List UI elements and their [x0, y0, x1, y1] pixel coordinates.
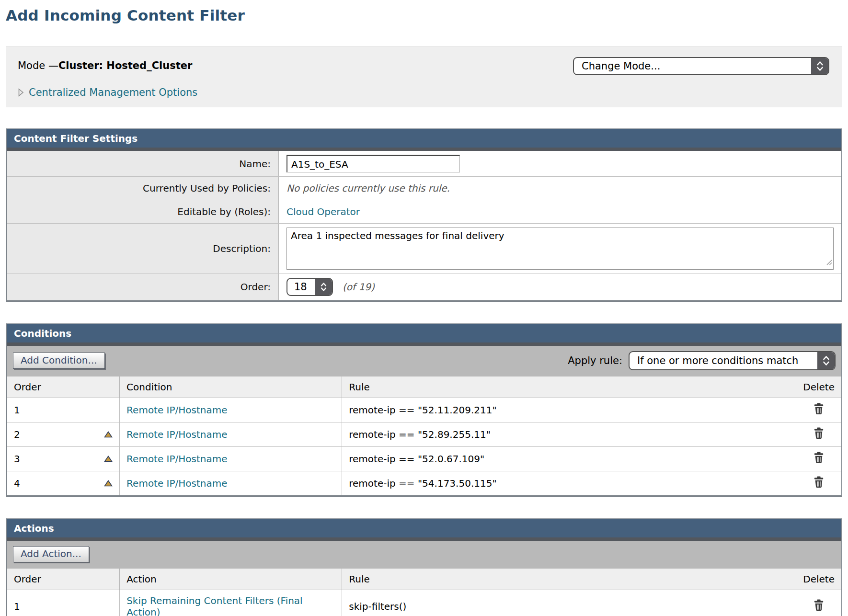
condition-link[interactable]: Remote IP/Hostname: [126, 453, 227, 465]
apply-rule-select[interactable]: If one or more conditions match: [629, 351, 836, 370]
name-label: Name:: [7, 151, 279, 177]
cloud-operator-link[interactable]: Cloud Operator: [286, 206, 360, 217]
page: Add Incoming Content Filter Mode —Cluste…: [0, 0, 848, 616]
change-mode-select[interactable]: Change Mode...: [573, 57, 829, 75]
content-filter-settings-section: Content Filter Settings Name: Currently …: [6, 128, 842, 302]
condition-row: 4 Remote IP/Hostname remote-ip == "54.17…: [7, 471, 841, 496]
move-up-icon: [104, 456, 113, 462]
col-order: Order: [7, 376, 120, 398]
trash-icon: [814, 476, 824, 488]
action-link[interactable]: Skip Remaining Content Filters (Final Ac…: [126, 595, 303, 616]
condition-link[interactable]: Remote IP/Hostname: [126, 478, 227, 489]
col-rule: Rule: [342, 376, 796, 398]
mode-value: Cluster: Hosted_Cluster: [58, 60, 192, 71]
trash-icon: [814, 452, 824, 464]
name-input[interactable]: [286, 155, 460, 172]
col-delete: Delete: [796, 569, 841, 590]
apply-rule-selected-value: If one or more conditions match: [630, 352, 817, 369]
settings-table: Name: Currently Used by Policies: No pol…: [7, 151, 841, 300]
trash-icon: [814, 599, 824, 611]
col-action: Action: [120, 569, 342, 590]
conditions-toolbar: Add Condition... Apply rule: If one or m…: [7, 346, 841, 376]
settings-row-policies: Currently Used by Policies: No policies …: [7, 177, 841, 200]
condition-order: 1: [14, 404, 20, 416]
conditions-table: Order Condition Rule Delete 1 Remote IP/…: [7, 376, 841, 495]
col-rule: Rule: [342, 569, 796, 590]
delete-action-button[interactable]: [814, 599, 824, 611]
mode-panel: Mode —Cluster: Hosted_Cluster Change Mod…: [6, 46, 842, 107]
move-up-icon: [104, 431, 113, 438]
condition-row: 3 Remote IP/Hostname remote-ip == "52.0.…: [7, 447, 841, 471]
settings-row-order: Order: 18 (of 19): [7, 274, 841, 300]
actions-toolbar: Add Action...: [7, 541, 841, 569]
roles-label: Editable by (Roles):: [7, 200, 279, 224]
policies-value: No policies currently use this rule.: [286, 183, 450, 194]
policies-label: Currently Used by Policies:: [7, 177, 279, 200]
order-selected-value: 18: [287, 279, 315, 295]
condition-row: 1 Remote IP/Hostname remote-ip == "52.11…: [7, 398, 841, 422]
col-condition: Condition: [120, 376, 342, 398]
action-row: 1 Skip Remaining Content Filters (Final …: [7, 590, 841, 616]
actions-header-row: Order Action Rule Delete: [7, 569, 841, 590]
add-condition-button[interactable]: Add Condition...: [13, 353, 105, 369]
condition-rule: remote-ip == "52.0.67.109": [349, 453, 484, 465]
trash-icon: [814, 403, 824, 415]
delete-condition-button[interactable]: [814, 452, 824, 464]
description-label: Description:: [7, 224, 279, 274]
action-order: 1: [14, 601, 20, 612]
col-delete: Delete: [796, 376, 841, 398]
actions-section-header: Actions: [7, 519, 841, 541]
change-mode-selected-value: Change Mode...: [574, 58, 811, 74]
conditions-section: Conditions Add Condition... Apply rule: …: [6, 323, 842, 497]
settings-row-roles: Editable by (Roles): Cloud Operator: [7, 200, 841, 224]
settings-section-header: Content Filter Settings: [7, 129, 841, 151]
mode-dash: —: [48, 60, 58, 71]
condition-link[interactable]: Remote IP/Hostname: [126, 404, 227, 416]
condition-link[interactable]: Remote IP/Hostname: [126, 429, 227, 440]
condition-order: 2: [14, 429, 20, 440]
select-stepper-icon: [817, 352, 835, 369]
actions-section: Actions Add Action... Order Action Rule …: [6, 518, 842, 616]
expand-triangle-icon[interactable]: [18, 88, 24, 97]
settings-row-name: Name:: [7, 151, 841, 177]
page-title: Add Incoming Content Filter: [6, 7, 842, 24]
add-action-button[interactable]: Add Action...: [13, 546, 89, 562]
conditions-header-row: Order Condition Rule Delete: [7, 376, 841, 398]
mode-text: Mode —Cluster: Hosted_Cluster: [18, 57, 192, 71]
condition-rule: remote-ip == "52.11.209.211": [349, 404, 496, 416]
select-stepper-icon: [811, 58, 828, 74]
apply-rule-label: Apply rule:: [568, 355, 622, 366]
description-textarea[interactable]: Area 1 inspected messages for final deli…: [286, 228, 834, 270]
condition-order: 3: [14, 453, 20, 465]
select-stepper-icon: [315, 279, 332, 295]
condition-order: 4: [14, 478, 20, 489]
action-rule: skip-filters(): [349, 601, 406, 612]
delete-condition-button[interactable]: [814, 403, 824, 415]
col-order: Order: [7, 569, 120, 590]
condition-rule: remote-ip == "52.89.255.11": [349, 429, 491, 440]
actions-table: Order Action Rule Delete 1 Skip Remainin…: [7, 569, 841, 616]
condition-row: 2 Remote IP/Hostname remote-ip == "52.89…: [7, 422, 841, 447]
mode-label: Mode: [18, 60, 48, 71]
move-up-button[interactable]: [104, 456, 113, 462]
conditions-section-header: Conditions: [7, 324, 841, 346]
trash-icon: [814, 427, 824, 439]
move-up-button[interactable]: [104, 431, 113, 438]
settings-row-description: Description: Area 1 inspected messages f…: [7, 224, 841, 274]
condition-rule: remote-ip == "54.173.50.115": [349, 478, 496, 489]
order-total: (of 19): [343, 281, 375, 293]
move-up-button[interactable]: [104, 480, 113, 487]
delete-condition-button[interactable]: [814, 476, 824, 488]
delete-condition-button[interactable]: [814, 427, 824, 439]
resize-handle-icon[interactable]: [825, 256, 832, 268]
order-label: Order:: [7, 274, 279, 300]
order-select[interactable]: 18: [286, 278, 333, 296]
move-up-icon: [104, 480, 113, 487]
centralized-management-options-link[interactable]: Centralized Management Options: [29, 87, 197, 98]
